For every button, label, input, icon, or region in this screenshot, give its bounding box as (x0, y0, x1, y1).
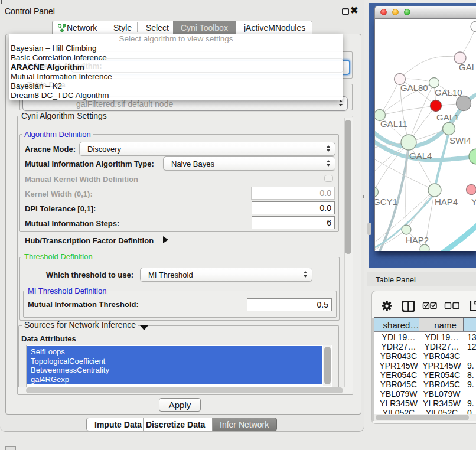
svg-text:GAL11: GAL11 (380, 119, 407, 129)
svg-text:GAL80: GAL80 (400, 83, 428, 93)
svg-text:Y: Y (471, 197, 476, 207)
svg-text:HAP4: HAP4 (435, 197, 458, 207)
svg-text:GAL2: GAL2 (459, 62, 476, 72)
svg-text:SWI4: SWI4 (449, 135, 471, 145)
svg-text:GCY1: GCY1 (375, 197, 397, 207)
svg-text:GAL10: GAL10 (435, 87, 462, 97)
svg-text:GAL1: GAL1 (436, 112, 459, 122)
svg-text:HAP2: HAP2 (406, 235, 429, 245)
svg-text:GAL4: GAL4 (409, 151, 432, 161)
